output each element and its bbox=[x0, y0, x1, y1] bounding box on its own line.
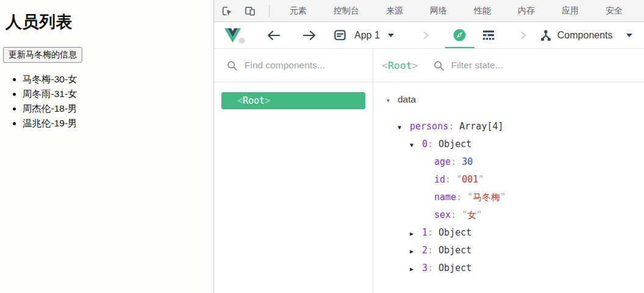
state-value: Object bbox=[438, 139, 471, 150]
quote-mark: " bbox=[462, 209, 467, 220]
vue-logo-icon bbox=[224, 27, 245, 44]
component-node-root[interactable]: <Root> bbox=[221, 92, 365, 109]
devtools-tabs: 元素控制台来源网络性能内存应用安全 bbox=[276, 0, 636, 21]
key-separator: : bbox=[428, 262, 438, 273]
components-view-selector[interactable]: Components bbox=[528, 29, 632, 42]
search-icon bbox=[433, 60, 445, 71]
key-separator: : bbox=[428, 139, 438, 150]
state-pane: <Root> ▼data ▼persons: Array[4]▼0: Objec… bbox=[373, 49, 644, 292]
state-value: 马冬梅 bbox=[473, 192, 500, 203]
components-tree-icon bbox=[539, 29, 553, 42]
devtools-tab-控制台[interactable]: 控制台 bbox=[320, 0, 373, 21]
devtools-tab-应用[interactable]: 应用 bbox=[548, 0, 592, 21]
person-list-item: 周杰伦-18-男 bbox=[23, 101, 213, 116]
expand-arrow-icon[interactable]: ▶ bbox=[410, 242, 422, 260]
quote-mark: " bbox=[476, 209, 482, 220]
key-separator: : bbox=[451, 156, 462, 167]
state-key: 2 bbox=[422, 245, 428, 256]
timeline-icon bbox=[482, 30, 495, 40]
component-tree-pane: <Root> bbox=[214, 49, 373, 292]
state-key: persons bbox=[410, 121, 448, 132]
collapse-arrow-icon[interactable]: ▼ bbox=[385, 92, 398, 110]
tab-timeline[interactable] bbox=[474, 22, 504, 49]
vue-devtools-toolbar: App 1 bbox=[214, 22, 644, 49]
bracket-close: > bbox=[265, 95, 270, 106]
quote-mark: " bbox=[467, 192, 473, 203]
state-key: 0 bbox=[422, 139, 428, 150]
inspector-panes: <Root> <Root> ▼data bbox=[214, 49, 644, 292]
person-list-item: 周冬雨-31-女 bbox=[23, 87, 213, 101]
history-forward-icon[interactable] bbox=[302, 29, 317, 42]
component-name: Root bbox=[243, 95, 265, 106]
devtools-tab-性能[interactable]: 性能 bbox=[460, 0, 504, 21]
devtools-tab-来源[interactable]: 来源 bbox=[373, 0, 417, 21]
devtools-panel: 元素控制台来源网络性能内存应用安全 bbox=[213, 0, 644, 293]
state-tree: ▼data ▼persons: Array[4]▼0: Objectage: 3… bbox=[373, 82, 644, 277]
quote-mark: " bbox=[478, 174, 484, 185]
key-separator: : bbox=[428, 227, 438, 238]
devtools-tabbar: 元素控制台来源网络性能内存应用安全 bbox=[214, 0, 644, 22]
state-tree-row[interactable]: ▶3: Object bbox=[373, 259, 644, 277]
history-back-icon[interactable] bbox=[266, 29, 281, 42]
state-value: 001 bbox=[462, 174, 478, 185]
quote-mark: " bbox=[456, 174, 462, 185]
device-toolbar-icon[interactable] bbox=[243, 4, 257, 18]
state-section-label: data bbox=[398, 94, 416, 104]
compass-icon bbox=[453, 28, 467, 42]
page-title: 人员列表 bbox=[5, 11, 213, 33]
state-tree-row: name: "马冬梅" bbox=[373, 189, 644, 206]
app-selector[interactable]: App 1 bbox=[333, 28, 394, 42]
state-value: Object bbox=[438, 262, 471, 273]
collapse-arrow-icon[interactable]: ▼ bbox=[410, 136, 422, 154]
state-section-data[interactable]: ▼data bbox=[373, 90, 644, 108]
component-name: Root bbox=[388, 60, 412, 71]
key-separator: : bbox=[445, 174, 456, 185]
person-list-item: 温兆伦-19-男 bbox=[23, 116, 213, 131]
tab-inspector[interactable] bbox=[445, 22, 474, 49]
state-tree-row[interactable]: ▼0: Object bbox=[373, 136, 644, 153]
state-value: Object bbox=[438, 227, 471, 238]
state-tree-row[interactable]: ▶1: Object bbox=[373, 224, 644, 242]
key-separator: : bbox=[428, 245, 438, 256]
inspect-element-icon[interactable] bbox=[220, 4, 234, 18]
app-selector-label: App 1 bbox=[354, 30, 380, 41]
devtools-tab-内存[interactable]: 内存 bbox=[504, 0, 548, 21]
devtools-tab-安全[interactable]: 安全 bbox=[592, 0, 636, 21]
state-value: Array[4] bbox=[459, 121, 503, 132]
app-page: 人员列表 更新马冬梅的信息 马冬梅-30-女周冬雨-31-女周杰伦-18-男温兆… bbox=[0, 0, 213, 293]
state-tree-row[interactable]: ▶2: Object bbox=[373, 242, 644, 259]
devtools-tab-网络[interactable]: 网络 bbox=[417, 0, 460, 21]
devtools-tab-元素[interactable]: 元素 bbox=[276, 0, 320, 21]
state-key: 3 bbox=[422, 262, 428, 273]
collapse-arrow-icon[interactable]: ▼ bbox=[398, 118, 410, 136]
state-value: 30 bbox=[462, 156, 473, 167]
bracket-close: > bbox=[412, 60, 418, 71]
quote-mark: " bbox=[500, 192, 506, 203]
breadcrumb-chevron-icon bbox=[421, 30, 431, 41]
person-list-item: 马冬梅-30-女 bbox=[23, 72, 213, 87]
update-person-button[interactable]: 更新马冬梅的信息 bbox=[3, 47, 82, 63]
state-tree-row[interactable]: ▼persons: Array[4] bbox=[373, 118, 644, 136]
chevron-down-icon bbox=[388, 34, 394, 37]
component-tree: <Root> bbox=[214, 92, 373, 109]
state-header: <Root> bbox=[373, 49, 644, 82]
state-value: Object bbox=[438, 245, 471, 256]
persons-list: 马冬梅-30-女周冬雨-31-女周杰伦-18-男温兆伦-19-男 bbox=[0, 72, 213, 131]
breadcrumb-chevron-icon bbox=[518, 30, 528, 41]
component-search-bar bbox=[214, 49, 373, 82]
components-view-label: Components bbox=[557, 30, 613, 41]
chevron-down-icon bbox=[626, 34, 632, 37]
state-key: age bbox=[434, 156, 451, 167]
filter-state-input[interactable] bbox=[450, 59, 550, 71]
find-components-input[interactable] bbox=[243, 59, 343, 71]
app-window-icon bbox=[333, 28, 347, 42]
state-value: 女 bbox=[467, 209, 476, 220]
tabbar-divider bbox=[269, 5, 270, 17]
expand-arrow-icon[interactable]: ▶ bbox=[410, 225, 422, 242]
expand-arrow-icon[interactable]: ▶ bbox=[410, 260, 422, 278]
bracket-open: < bbox=[237, 95, 243, 106]
selected-component-tag: <Root> bbox=[382, 60, 418, 71]
state-key: id bbox=[434, 174, 445, 185]
state-tree-rows: ▼persons: Array[4]▼0: Objectage: 30id: "… bbox=[373, 118, 644, 277]
state-key: name bbox=[434, 192, 456, 203]
